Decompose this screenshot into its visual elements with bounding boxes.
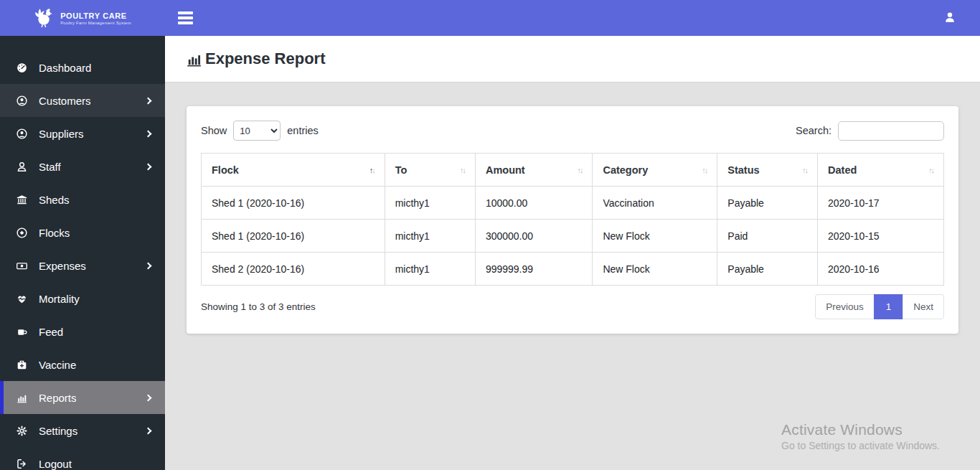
top-navbar: POULTRY CARE Poultry Farm Management Sys…: [0, 0, 980, 36]
pagination-previous-button[interactable]: Previous: [815, 294, 875, 319]
feed-icon: [16, 326, 28, 338]
sidebar-item-sheds[interactable]: Sheds: [0, 183, 165, 216]
sidebar-item-expenses[interactable]: Expenses: [0, 249, 165, 282]
money-bill-icon: [16, 260, 28, 272]
sidebar-item-staff[interactable]: Staff: [0, 150, 165, 183]
sidebar-item-vaccine[interactable]: Vaccine: [0, 348, 165, 381]
search-label: Search:: [796, 125, 831, 136]
column-header-category[interactable]: Category ↑↓: [593, 154, 717, 187]
expense-table: Flock ↑↓ To ↑↓: [201, 153, 944, 286]
table-row: Shed 1 (2020-10-16)micthy1300000.00New F…: [202, 220, 944, 253]
sort-icon: ↑↓: [369, 166, 374, 174]
sidebar-item-label: Suppliers: [39, 128, 84, 140]
sidebar-item-reports[interactable]: Reports: [0, 381, 165, 414]
search-control: Search:: [796, 121, 944, 141]
cell-flock: Shed 1 (2020-10-16): [202, 220, 385, 253]
user-outline-icon: [16, 161, 28, 173]
logout-icon: [16, 458, 28, 470]
gear-icon: [16, 425, 28, 437]
user-menu-button[interactable]: [943, 10, 957, 27]
sidebar-item-label: Staff: [39, 161, 61, 173]
sidebar-item-label: Dashboard: [39, 62, 91, 74]
page-length-select[interactable]: 10: [233, 121, 281, 141]
sidebar-item-label: Customers: [39, 95, 91, 107]
cell-amount: 999999.99: [475, 253, 593, 286]
column-header-dated[interactable]: Dated ↑↓: [818, 154, 944, 187]
show-label: Show: [201, 125, 227, 136]
sidebar-item-label: Mortality: [39, 293, 80, 305]
sort-icon: ↑↓: [802, 166, 807, 174]
chevron-right-icon: [145, 163, 152, 170]
brand-subtitle: Poultry Farm Management System: [60, 21, 131, 25]
sidebar-item-label: Vaccine: [39, 359, 76, 371]
hamburger-icon: [178, 11, 193, 14]
sidebar-item-label: Sheds: [39, 194, 70, 206]
chevron-right-icon: [145, 130, 152, 137]
cell-amount: 10000.00: [475, 187, 593, 220]
entries-label: entries: [287, 125, 319, 136]
chevron-right-icon: [145, 97, 152, 104]
sidebar-item-suppliers[interactable]: Suppliers: [0, 117, 165, 150]
cell-dated: 2020-10-17: [818, 187, 944, 220]
sidebar-toggle-button[interactable]: [175, 9, 196, 27]
cell-flock: Shed 1 (2020-10-16): [202, 187, 385, 220]
sort-icon: ↑↓: [577, 166, 582, 174]
sort-icon: ↑↓: [928, 166, 933, 174]
sidebar-item-mortality[interactable]: Mortality: [0, 282, 165, 315]
table-info: Showing 1 to 3 of 3 entries: [201, 301, 316, 312]
sidebar: Dashboard Customers Suppliers Staff Shed…: [0, 36, 165, 470]
cell-dated: 2020-10-16: [818, 253, 944, 286]
column-header-status[interactable]: Status ↑↓: [717, 154, 818, 187]
content-area: Show 10 entries Search: Flock: [165, 83, 980, 470]
sort-icon: ↑↓: [702, 166, 707, 174]
sort-icon: ↑↓: [460, 166, 465, 174]
sidebar-item-flocks[interactable]: Flocks: [0, 216, 165, 249]
user-circle-icon: [16, 95, 28, 107]
column-header-label: To: [395, 164, 407, 176]
sidebar-item-label: Logout: [39, 458, 72, 470]
table-row: Shed 1 (2020-10-16)micthy110000.00Vaccin…: [202, 187, 944, 220]
cell-to: micthy1: [385, 253, 475, 286]
rooster-logo-icon: [34, 7, 55, 29]
table-header-row: Flock ↑↓ To ↑↓: [202, 154, 944, 187]
column-header-flock[interactable]: Flock ↑↓: [202, 154, 385, 187]
column-header-amount[interactable]: Amount ↑↓: [475, 154, 593, 187]
page-header: Expense Report: [165, 36, 980, 83]
brand[interactable]: POULTRY CARE Poultry Farm Management Sys…: [0, 0, 165, 36]
column-header-label: Status: [727, 164, 759, 176]
cell-category: New Flock: [593, 220, 717, 253]
chevron-right-icon: [145, 427, 152, 434]
cell-category: New Flock: [593, 253, 717, 286]
cell-category: Vaccination: [593, 187, 717, 220]
column-header-label: Amount: [486, 164, 525, 176]
heartbeat-icon: [16, 293, 28, 305]
sidebar-item-dashboard[interactable]: Dashboard: [0, 51, 165, 84]
column-header-label: Category: [603, 164, 648, 176]
sidebar-item-feed[interactable]: Feed: [0, 315, 165, 348]
dashboard-icon: [16, 62, 28, 74]
cell-to: micthy1: [385, 220, 475, 253]
table-row: Shed 2 (2020-10-16)micthy1999999.99New F…: [202, 253, 944, 286]
chart-bar-icon: [185, 50, 203, 68]
chevron-right-icon: [145, 262, 152, 269]
user-icon: [943, 10, 957, 24]
sidebar-item-settings[interactable]: Settings: [0, 414, 165, 447]
cell-status: Paid: [717, 220, 818, 253]
sidebar-item-customers[interactable]: Customers: [0, 84, 165, 117]
sidebar-item-label: Flocks: [39, 227, 70, 239]
sidebar-item-logout[interactable]: Logout: [0, 447, 165, 470]
user-circle-icon: [16, 128, 28, 140]
page-length-control: Show 10 entries: [201, 121, 319, 141]
windows-activation-watermark: Activate Windows Go to Settings to activ…: [781, 421, 940, 451]
column-header-to[interactable]: To ↑↓: [385, 154, 475, 187]
brand-title: POULTRY CARE: [60, 11, 131, 20]
pagination-page-1-button[interactable]: 1: [874, 294, 904, 319]
pagination-next-button[interactable]: Next: [903, 294, 944, 319]
bank-icon: [16, 194, 28, 206]
search-input[interactable]: [838, 121, 944, 141]
main-content: Expense Report Show 10 entries Search:: [165, 36, 980, 470]
cell-dated: 2020-10-15: [818, 220, 944, 253]
sidebar-item-label: Settings: [39, 425, 77, 437]
expense-report-card: Show 10 entries Search: Flock: [187, 106, 958, 334]
chart-bar-icon: [16, 392, 28, 404]
